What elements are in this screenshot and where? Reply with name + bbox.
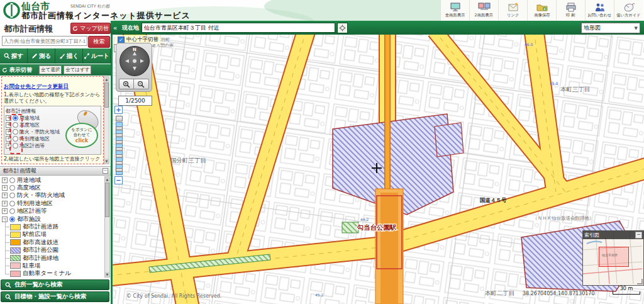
svg-text:（ＮＨＫ仙台放送会館跡地）: （ＮＨＫ仙台放送会館跡地） bbox=[533, 215, 594, 221]
two-screen-button[interactable]: 2画面表示 bbox=[469, 0, 498, 21]
deselect-all-button[interactable]: 全てはずす bbox=[64, 65, 91, 74]
facility-bus-terminal[interactable]: 自動車ターミナル bbox=[0, 270, 104, 278]
checkbox-checked-icon[interactable]: ✓ bbox=[118, 37, 125, 43]
scroll-thumb[interactable] bbox=[105, 183, 109, 217]
search-icon bbox=[4, 53, 10, 59]
svg-text:44.2: 44.2 bbox=[360, 217, 369, 222]
resize-handle[interactable] bbox=[637, 279, 643, 284]
layer-bouka[interactable]: +防火・準防火地域 bbox=[0, 192, 104, 200]
facility-parking[interactable]: 駐車場 bbox=[0, 262, 104, 269]
app-header: 仙台市 SENDAI CITY 杜の都 都市計画情報インターネット提供サービス … bbox=[0, 0, 644, 21]
tool-buttons: 探す 測る 描く ルート bbox=[0, 48, 111, 64]
layer-tokubetsu[interactable]: +特別用途地区 bbox=[0, 200, 104, 207]
refresh-icon bbox=[72, 26, 78, 31]
index-map-header[interactable]: 索引図 − bbox=[583, 231, 643, 239]
slider-track[interactable] bbox=[116, 122, 123, 175]
app-title: 都市計画情報インターネット提供サービス bbox=[21, 10, 191, 21]
map-type-dropdown[interactable]: 地形図 ▼ bbox=[581, 23, 640, 33]
help-example-box: 都市計画情報 +用途地域 +高度地区 +防火・準防火地域 +特別用途地区 +地区… bbox=[4, 106, 101, 155]
scroll-down-arrow[interactable]: ▼ bbox=[104, 159, 109, 164]
draw-button[interactable]: 描く bbox=[55, 48, 83, 64]
route-button[interactable]: ルート bbox=[83, 48, 111, 64]
tree-scrollbar[interactable]: ▲ ▼ bbox=[104, 176, 110, 278]
save-image-button[interactable]: 画像保存 bbox=[527, 0, 556, 21]
slider-minus-button[interactable]: − bbox=[114, 176, 123, 184]
copyright: © City of Sendai. All Rights Reserved. bbox=[126, 293, 221, 299]
svg-text:本町二丁目: 本町二丁目 bbox=[485, 290, 515, 296]
zoom-in-icon bbox=[123, 81, 131, 88]
brush-icon bbox=[59, 53, 65, 59]
collapse-icon[interactable]: − bbox=[103, 168, 108, 174]
center-location-button[interactable] bbox=[337, 23, 348, 33]
facility-park[interactable]: 都市計画公園 bbox=[0, 247, 104, 254]
facility-rapid-rail[interactable]: 都市高速鉄道 bbox=[0, 239, 104, 246]
guide-button[interactable]: 使い方ガイド bbox=[614, 0, 643, 21]
pencil-icon bbox=[31, 53, 38, 59]
svg-text:国分町三丁目: 国分町三丁目 bbox=[170, 157, 206, 164]
route-icon bbox=[84, 53, 90, 59]
scroll-down-arrow[interactable]: ▼ bbox=[105, 272, 109, 277]
sidebar-collapse-button[interactable]: « bbox=[111, 24, 119, 32]
scroll-thumb[interactable] bbox=[104, 82, 109, 108]
help-panel: お問合せ先とデータ更新日 1,表示したい地図の種類を下記ボタンから選択してくださ… bbox=[1, 76, 104, 164]
compass-control: N bbox=[116, 43, 152, 92]
facility-station-plaza[interactable]: 駅前広場 bbox=[0, 231, 104, 239]
sidebar-title: 都市計画情報 bbox=[4, 23, 53, 35]
select-all-button[interactable]: 全て選択 bbox=[39, 65, 62, 74]
tree-header[interactable]: 都市計画情報 − bbox=[0, 166, 111, 176]
map-top-bar: « 現在地 地形図 ▼ bbox=[111, 21, 644, 35]
slider-grab[interactable] bbox=[116, 116, 123, 121]
print-button[interactable]: 印 刷 bbox=[556, 0, 585, 21]
scroll-up-arrow[interactable]: ▲ bbox=[105, 177, 109, 182]
current-location-input[interactable] bbox=[142, 23, 335, 33]
layer-toshishisetsu[interactable]: −都市施設 bbox=[0, 215, 104, 223]
compass-rose[interactable]: N bbox=[119, 46, 150, 76]
scroll-up-arrow[interactable]: ▲ bbox=[104, 77, 109, 82]
measure-button[interactable]: 測る bbox=[28, 48, 55, 64]
station-label: 勾当台公園駅 bbox=[357, 223, 397, 231]
route45-label: 国道４５号 bbox=[480, 197, 507, 203]
search-button[interactable]: 検索 bbox=[88, 36, 110, 48]
contact-data-link[interactable]: お問合せ先とデータ更新日 bbox=[4, 83, 69, 89]
layer-tree: +用途地域 +高度地区 +防火・準防火地域 +特別用途地区 +地区計画等 −都市… bbox=[0, 176, 104, 278]
minimize-icon[interactable]: − bbox=[635, 232, 642, 239]
search-by-address-button[interactable]: 住所一覧から検索 bbox=[1, 279, 109, 290]
help-step1: 1,表示したい地図の種類を下記ボタンから選択してください。 bbox=[4, 92, 101, 104]
layer-chiku[interactable]: +地区計画等 bbox=[0, 208, 104, 215]
sidebar: 都市計画情報 マップ切替 検索 探す 測る 描く ルート 表示切替 全て選択 全… bbox=[0, 21, 111, 304]
layer-koudo[interactable]: +高度地区 bbox=[0, 184, 104, 191]
index-map-label: 仙台市役所 bbox=[602, 253, 618, 257]
svg-text:本町三丁目: 本町三丁目 bbox=[560, 86, 591, 93]
scalebar-line bbox=[613, 291, 640, 295]
header-toolbar: 全画面表示 2画面表示 リンク 画像保存 印 刷 お問い合わせ 使い方ガイド bbox=[440, 0, 643, 21]
contact-button[interactable]: お問い合わせ bbox=[585, 0, 614, 21]
zoom-out-button[interactable] bbox=[133, 79, 149, 89]
crosshair-icon bbox=[339, 25, 346, 31]
layer-youto[interactable]: +用途地域 bbox=[0, 176, 104, 184]
sendai-city-logo bbox=[3, 2, 20, 19]
zoom-slider[interactable]: + − bbox=[114, 106, 123, 185]
search-by-landmark-button[interactable]: 目標物・施設一覧から検索 bbox=[1, 291, 109, 302]
find-button[interactable]: 探す bbox=[0, 48, 28, 64]
map-switch-button[interactable]: マップ切替 bbox=[70, 23, 111, 34]
save-image-icon bbox=[536, 3, 548, 12]
svg-text:45.0: 45.0 bbox=[550, 81, 558, 86]
fullscreen-button[interactable]: 全画面表示 bbox=[440, 0, 469, 21]
zoom-in-button[interactable] bbox=[119, 79, 135, 89]
help-scrollbar[interactable]: ▲ ▼ bbox=[104, 76, 109, 164]
help-step2: 2,確認したい場所を地図上で直接クリックしてください。 bbox=[4, 156, 101, 164]
address-search-input[interactable] bbox=[2, 36, 87, 46]
planned-park-small bbox=[435, 123, 464, 157]
index-map-panel[interactable]: 仙台市役所 索引図 − bbox=[582, 230, 644, 286]
display-toggle-bar: 表示切替 全て選択 全てはずす bbox=[0, 64, 111, 76]
planned-green-space bbox=[342, 222, 358, 233]
facility-green[interactable]: 都市計画緑地 bbox=[0, 254, 104, 262]
link-button[interactable]: リンク bbox=[498, 0, 527, 21]
city-name-en: SENDAI CITY 杜の都 bbox=[70, 4, 110, 9]
chevron-down-icon: ▼ bbox=[635, 26, 638, 31]
slider-plus-button[interactable]: + bbox=[114, 106, 123, 114]
map-viewport[interactable]: 二日町 老人憩の家 （ＮＨＫ仙台放送会館跡地） 本町三丁目 国分町三丁目 本町二… bbox=[113, 35, 644, 304]
current-location-label: 現在地 bbox=[122, 24, 139, 32]
facility-road[interactable]: 都市計画道路 bbox=[0, 223, 104, 230]
search-icon bbox=[5, 294, 11, 300]
